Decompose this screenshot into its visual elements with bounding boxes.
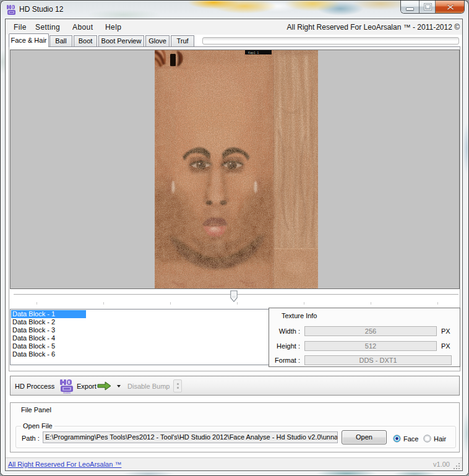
svg-text:Kap1 1: Kap1 1 [248,51,259,54]
svg-text:studio: studio [63,391,71,394]
